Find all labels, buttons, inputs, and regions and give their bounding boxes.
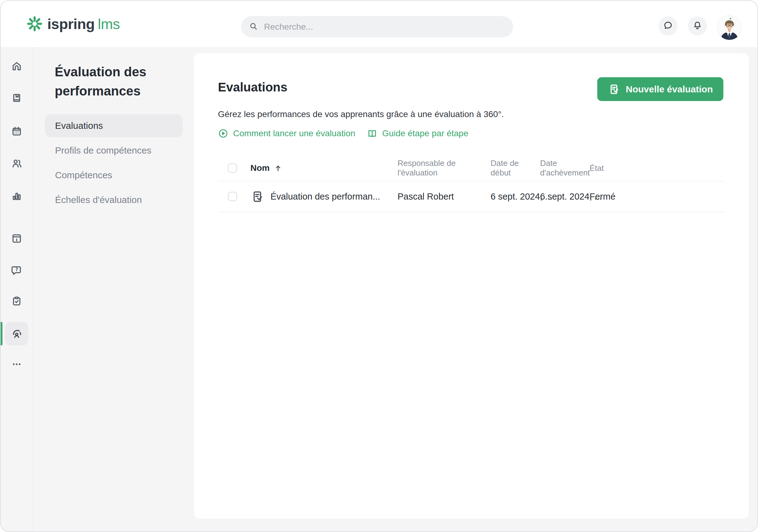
user-avatar[interactable]: [717, 16, 741, 40]
clipboard-check-icon: [11, 295, 22, 307]
new-evaluation-button[interactable]: Nouvelle évaluation: [597, 77, 723, 101]
document-check-icon: [608, 83, 620, 95]
chat-button[interactable]: [658, 17, 678, 36]
module-menu: Evaluations Profils de compétences Compé…: [45, 114, 183, 213]
question-chat-icon: ?: [11, 264, 22, 276]
performance-360-icon: [11, 328, 22, 340]
column-header-etat: État: [590, 163, 725, 173]
page-title: Evaluations: [218, 80, 288, 94]
row-status: Fermé: [590, 191, 725, 202]
spinner-logo-icon: [27, 16, 43, 32]
topbar: ispring lms: [1, 1, 757, 47]
bell-icon: [692, 20, 702, 31]
sidebar-item-label: Evaluations: [55, 120, 103, 131]
play-circle-icon: [218, 128, 228, 139]
user-photo: [717, 16, 741, 40]
brand-name: ispring: [47, 16, 95, 32]
home-icon: [11, 60, 22, 72]
help-links: Comment lancer une évaluation Guide étap…: [218, 128, 468, 139]
info-panel-icon: [11, 233, 22, 244]
column-header-date-debut: Date de début: [491, 158, 540, 178]
row-checkbox-cell: [218, 192, 250, 201]
chat-icon: [663, 20, 673, 31]
row-name-cell[interactable]: Évaluation des performan...: [250, 190, 397, 204]
search-icon: [249, 22, 258, 32]
sidebar-item-label: Échelles d'évaluation: [55, 195, 142, 205]
rail-item-support[interactable]: ?: [8, 262, 25, 279]
select-all-checkbox[interactable]: [228, 163, 237, 173]
table-row[interactable]: Évaluation des performan... Pascal Rober…: [218, 182, 725, 212]
brand-logo[interactable]: ispring lms: [27, 1, 120, 47]
sidebar-item-competences[interactable]: Compétences: [45, 164, 183, 186]
sidebar-item-echelles-devaluation[interactable]: Échelles d'évaluation: [45, 188, 183, 211]
column-header-date-achevement: Date d'achèvement: [540, 158, 590, 178]
column-header-nom[interactable]: Nom: [250, 163, 397, 173]
new-evaluation-label: Nouvelle évaluation: [626, 84, 713, 94]
calendar-icon: [11, 125, 22, 137]
module-sidebar: Évaluation des performances Evaluations …: [33, 47, 194, 531]
link-step-guide[interactable]: Guide étape par étape: [367, 128, 468, 139]
sidebar-item-profils-de-competences[interactable]: Profils de compétences: [45, 139, 183, 162]
notifications-button[interactable]: [688, 17, 707, 36]
row-checkbox[interactable]: [228, 192, 237, 201]
sidebar-item-label: Compétences: [55, 170, 112, 181]
users-icon: [11, 157, 22, 169]
icon-rail: ?: [1, 47, 33, 531]
rail-item-more[interactable]: [8, 355, 25, 373]
rail-item-home[interactable]: [8, 57, 25, 75]
sidebar-item-label: Profils de compétences: [55, 145, 152, 156]
brand-suffix: lms: [98, 16, 120, 32]
row-owner: Pascal Robert: [397, 191, 491, 202]
book-icon: [11, 92, 22, 104]
row-start-date: 6 sept. 2024, ...: [491, 191, 540, 202]
sort-ascending-icon: [274, 164, 282, 172]
page-description: Gérez les performances de vos apprenants…: [218, 109, 504, 119]
column-header-responsable: Responsable de l'évaluation: [397, 158, 491, 178]
table-header-row: Nom Responsable de l'évaluation Date de …: [218, 155, 725, 182]
rail-item-users[interactable]: [8, 155, 25, 172]
link-label: Guide étape par étape: [382, 128, 468, 138]
header-checkbox-cell: [218, 163, 250, 173]
evaluation-name: Évaluation des performan...: [270, 191, 380, 202]
sidebar-item-evaluations[interactable]: Evaluations: [45, 114, 183, 137]
main-panel: Evaluations Nouvelle évaluation Gérez le…: [194, 53, 749, 519]
link-label: Comment lancer une évaluation: [233, 128, 355, 138]
global-search[interactable]: [241, 16, 513, 37]
rail-item-reports[interactable]: [8, 187, 25, 205]
document-check-icon: [250, 190, 264, 204]
rail-item-info[interactable]: [8, 230, 25, 247]
evaluations-table: Nom Responsable de l'évaluation Date de …: [218, 155, 725, 212]
module-title: Évaluation des performances: [55, 62, 182, 101]
screen: ispring lms: [0, 0, 758, 532]
svg-text:?: ?: [16, 267, 18, 273]
row-end-date: 6 sept. 2024, ...: [540, 191, 590, 202]
link-how-to-launch[interactable]: Comment lancer une évaluation: [218, 128, 355, 139]
more-dots-icon: [11, 358, 22, 370]
rail-item-courses[interactable]: [8, 89, 25, 107]
search-input[interactable]: [263, 22, 505, 32]
rail-item-performance[interactable]: [5, 322, 28, 346]
rail-item-tasks[interactable]: [8, 293, 25, 310]
open-book-icon: [367, 128, 377, 139]
app-window: ispring lms: [0, 0, 758, 532]
active-accent-bar: [1, 322, 2, 346]
rail-item-calendar[interactable]: [8, 123, 25, 140]
bar-chart-icon: [11, 190, 22, 202]
